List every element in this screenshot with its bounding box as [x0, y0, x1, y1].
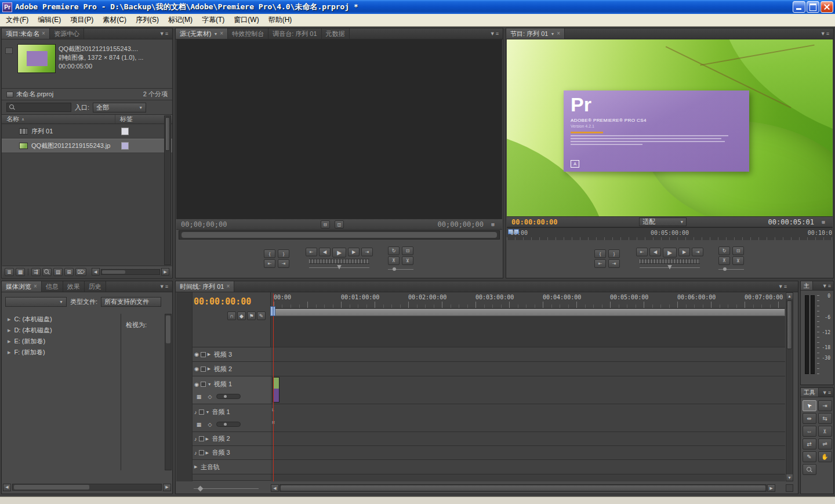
view-area-thumb[interactable] — [181, 232, 497, 238]
scrollbar-thumb[interactable] — [787, 300, 792, 349]
loop-button[interactable]: ↻ — [718, 246, 730, 255]
razor-tool-button[interactable]: ✂ — [818, 426, 832, 437]
step-forward-button[interactable]: ▶ — [678, 248, 690, 256]
collapse-track-icon[interactable]: ▶ — [206, 451, 210, 455]
tab-effect-controls[interactable]: 特效控制台 — [228, 28, 268, 39]
previous-marker-button[interactable]: ⇤ — [306, 248, 317, 256]
list-item-image[interactable]: QQ截图20121219155243.jp — [2, 139, 172, 153]
scroll-down-button[interactable]: ▼ — [786, 474, 793, 481]
collapse-track-icon[interactable]: ▶ — [208, 352, 212, 357]
loop-button[interactable]: ↻ — [388, 246, 400, 255]
close-tab-icon[interactable]: × — [34, 284, 37, 289]
media-vertical-scrollbar[interactable] — [165, 314, 172, 470]
project-horizontal-scrollbar[interactable]: ◀ ▶ — [92, 268, 169, 275]
panel-menu-button[interactable]: ▼≡ — [821, 281, 833, 290]
track-volume-slider[interactable] — [216, 422, 241, 427]
track-header-master[interactable]: ▶ 主音轨 — [193, 460, 271, 474]
scroll-right-button[interactable]: ▶ — [163, 484, 171, 491]
source-current-timecode[interactable]: 00;00;00;00 — [181, 220, 227, 229]
shuttle-thumb[interactable] — [337, 265, 342, 270]
insert-button[interactable]: ⊼ — [388, 256, 400, 265]
track-content-video-3[interactable] — [271, 347, 785, 362]
collapse-track-icon[interactable]: ▶ — [208, 367, 212, 371]
track-lock-toggle[interactable] — [199, 409, 204, 415]
scroll-right-button[interactable]: ▶ — [767, 484, 775, 492]
project-vertical-scrollbar[interactable] — [164, 115, 171, 265]
next-marker-button[interactable]: ⇥ — [692, 248, 703, 256]
set-display-style-icon[interactable]: ▦ — [194, 393, 204, 401]
set-out-button[interactable]: } — [278, 249, 289, 258]
column-name[interactable]: 名称 ∧ — [2, 115, 115, 124]
automate-to-sequence-button[interactable]: ⇶ — [31, 268, 41, 276]
toggle-track-output-icon[interactable]: ◉ — [194, 351, 199, 357]
hand-tool-button[interactable]: ✋ — [818, 451, 832, 462]
close-tab-icon[interactable]: × — [557, 31, 560, 37]
keyframe-icon[interactable]: ◇ — [205, 393, 215, 401]
tab-media-browser[interactable]: 媒体浏览 × — [2, 281, 42, 292]
search-input[interactable] — [17, 104, 63, 111]
jog-control[interactable] — [640, 259, 700, 264]
overlay-button[interactable]: ⊻ — [402, 256, 413, 265]
close-tab-icon[interactable]: × — [226, 284, 230, 289]
scrollbar-thumb[interactable] — [102, 270, 125, 274]
scrollbar-thumb[interactable] — [166, 316, 170, 343]
panel-menu-button[interactable]: ▼≡ — [817, 28, 833, 39]
track-opacity-slider[interactable] — [216, 394, 241, 399]
set-in-button[interactable]: { — [264, 249, 275, 258]
program-current-timecode[interactable]: 00:00:00:00 — [511, 218, 557, 226]
app-icon[interactable]: Pr — [2, 2, 12, 12]
icon-view-button[interactable]: ▦ — [16, 268, 25, 276]
go-to-in-button[interactable]: ⇤ — [264, 259, 275, 268]
tab-program[interactable]: 节目: 序列 01 ▼ × — [506, 28, 565, 39]
track-content-audio-1[interactable]: L R — [271, 404, 785, 432]
clear-button[interactable]: ⌦ — [75, 268, 86, 276]
chevron-right-icon[interactable]: ▶ — [8, 317, 10, 322]
toggle-track-mute-icon[interactable]: ♪ — [194, 436, 197, 442]
edit-marker-button[interactable]: ✎ — [257, 311, 266, 320]
tab-effects[interactable]: 效果 — [63, 281, 85, 292]
next-marker-button[interactable]: ⇥ — [361, 248, 373, 256]
shuttle-control[interactable] — [309, 265, 369, 270]
tree-item-drive-e[interactable]: ▶ E: (新加卷) — [2, 336, 121, 347]
tree-item-drive-d[interactable]: ▶ D: (本机磁盘) — [2, 325, 121, 336]
track-content-audio-3[interactable] — [271, 446, 785, 460]
set-in-button[interactable]: { — [594, 249, 606, 258]
toggle-track-mute-icon[interactable]: ♪ — [194, 409, 197, 415]
tree-item-drive-f[interactable]: ▶ F: (新加卷) — [2, 347, 121, 358]
go-to-out-button[interactable]: ⇥ — [278, 259, 289, 268]
panel-menu-button[interactable]: ▼≡ — [156, 28, 172, 39]
step-back-button[interactable]: ◀ — [649, 248, 661, 256]
go-to-out-button[interactable]: ⇥ — [608, 259, 620, 268]
play-button[interactable]: ▶ — [332, 248, 346, 258]
rate-stretch-tool-button[interactable]: ⇔ — [803, 426, 816, 437]
set-encore-chapter-marker-button[interactable]: ◆ — [237, 311, 246, 320]
chevron-down-icon[interactable]: ▼ — [550, 32, 554, 36]
source-view-area-bar[interactable] — [179, 230, 500, 240]
shuttle-thumb[interactable] — [667, 265, 672, 270]
timeline-empty-area[interactable] — [271, 316, 785, 347]
scrollbar-thumb[interactable] — [165, 117, 170, 151]
track-header-video-3[interactable]: ◉ ▶ 视频 3 — [193, 347, 271, 362]
menu-sequence[interactable]: 序列(S) — [131, 13, 164, 27]
list-item-sequence[interactable]: 序列 01 — [2, 124, 172, 139]
tab-history[interactable]: 历史 — [85, 281, 106, 292]
close-window-button[interactable] — [821, 1, 833, 13]
tab-audio-mixer[interactable]: 调音台: 序列 01 — [268, 28, 321, 39]
scrollbar-track[interactable] — [12, 484, 162, 491]
minimize-button[interactable] — [793, 1, 805, 13]
preview-thumbnail[interactable] — [17, 44, 56, 73]
menu-window[interactable]: 窗口(W) — [229, 13, 263, 27]
zoom-tool-button[interactable] — [803, 464, 816, 475]
scroll-right-button[interactable]: ▶ — [161, 268, 169, 275]
search-box[interactable] — [6, 103, 71, 112]
fit-view-button[interactable]: ◫ — [335, 220, 344, 229]
tree-item-drive-c[interactable]: ▶ C: (本机磁盘) — [2, 314, 121, 325]
output-button[interactable]: ⊟ — [321, 220, 330, 229]
scroll-left-button[interactable]: ◀ — [271, 484, 279, 492]
close-tab-icon[interactable]: × — [42, 31, 45, 37]
track-header-audio-3[interactable]: ♪ ▶ 音频 3 — [193, 446, 271, 460]
label-color-chip[interactable] — [121, 142, 129, 150]
panel-menu-button[interactable]: ▼≡ — [156, 281, 172, 292]
track-header-audio-1[interactable]: ♪ ▼ 音频 1 ▦ ◇ — [193, 404, 271, 432]
timeline-vertical-scrollbar[interactable]: ▲ ▼ — [786, 292, 793, 481]
